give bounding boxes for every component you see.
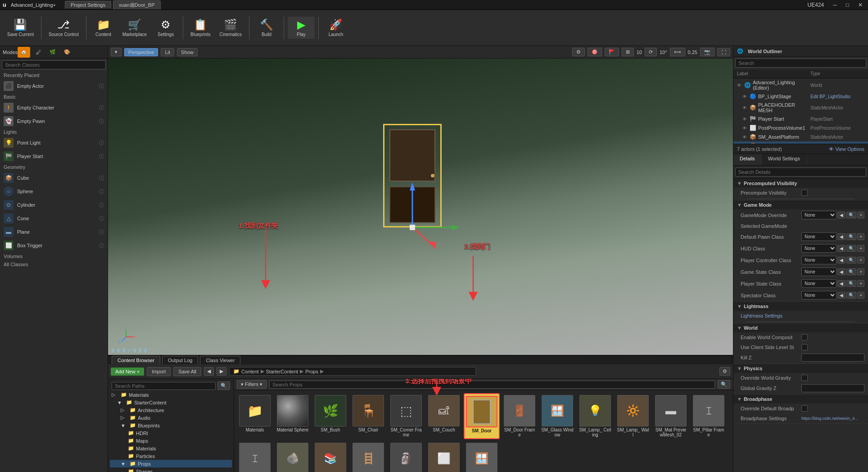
- save-all-button[interactable]: Save All: [173, 367, 201, 376]
- category-basic[interactable]: Basic: [0, 93, 108, 101]
- mode-paint[interactable]: 🖊: [32, 47, 45, 58]
- asset-sm-bush[interactable]: 🌿 SM_Bush: [312, 393, 348, 439]
- asset-materials[interactable]: 📁 Materials: [237, 393, 273, 439]
- tab-content-browser[interactable]: Content Browser: [112, 356, 160, 364]
- path-props[interactable]: Props: [305, 369, 318, 374]
- player-controller-select[interactable]: None: [801, 256, 836, 264]
- category-lights[interactable]: Lights: [0, 128, 108, 136]
- show-button[interactable]: Show: [177, 48, 198, 56]
- gamemode-add-button[interactable]: +: [857, 212, 864, 218]
- asset-sm-table-round[interactable]: ⬜ SM_Table Round: [426, 441, 462, 472]
- asset-sm-couch[interactable]: 🛋 SM_Couch: [426, 393, 462, 439]
- asset-sm-corner-frame[interactable]: ⬚ SM_Corner Frame: [388, 393, 424, 439]
- vp-angle-button[interactable]: ⟳: [645, 48, 657, 56]
- tree-item-props[interactable]: ▼ 📁 Props: [110, 460, 232, 467]
- tree-item-materials[interactable]: ▷ 📁 Materials: [110, 391, 232, 399]
- place-item-player-start[interactable]: 🏁 Player Start ⓘ: [0, 150, 108, 163]
- place-item-empty-pawn[interactable]: 👻 Empty Pawn ⓘ: [0, 114, 108, 128]
- build-button[interactable]: 🔨 Build: [253, 17, 280, 39]
- tree-item-particles[interactable]: 📁 Particles: [110, 452, 232, 460]
- wo-view-options-button[interactable]: 👁 View Options: [829, 146, 864, 152]
- vp-realtime-button[interactable]: 🎯: [588, 48, 602, 56]
- tab-output-log[interactable]: Output Log: [162, 356, 198, 364]
- gs-search[interactable]: 🔍: [846, 268, 856, 275]
- hud-back[interactable]: ◀: [837, 245, 845, 252]
- tree-item-shapes[interactable]: 📁 Shapes: [110, 467, 232, 472]
- place-item-cone[interactable]: △ Cone ⓘ: [0, 212, 108, 225]
- tab-project-settings[interactable]: Project Settings: [65, 1, 111, 9]
- path-starter-content[interactable]: StarterContent: [266, 369, 298, 374]
- checkbox-override-gravity[interactable]: [801, 375, 808, 381]
- section-header-lightmass[interactable]: ▼ Lightmass: [733, 302, 868, 311]
- details-tab-details[interactable]: Details: [733, 154, 762, 165]
- lit-button[interactable]: Lit: [161, 48, 174, 56]
- checkbox-world-composit[interactable]: [801, 334, 808, 340]
- hud-search[interactable]: 🔍: [846, 245, 856, 252]
- asset-sm-glass-window[interactable]: 🪟 SM_Glass Window: [539, 393, 575, 439]
- play-button[interactable]: ▶ Play: [288, 17, 315, 39]
- asset-sm-stairs[interactable]: 🪜 SM_Stairs: [350, 441, 386, 472]
- place-item-cube[interactable]: 📦 Cube ⓘ: [0, 171, 108, 185]
- hud-add[interactable]: +: [857, 245, 864, 252]
- asset-sm-window-frame[interactable]: 🪟 SM_Window Frame: [464, 441, 500, 472]
- close-button[interactable]: ✕: [855, 2, 865, 8]
- tree-item-maps[interactable]: 📁 Maps: [110, 437, 232, 445]
- tree-item-materials-sub[interactable]: 📁 Materials: [110, 445, 232, 452]
- import-button[interactable]: Import: [147, 367, 171, 376]
- nav-forward-button[interactable]: ▶: [217, 367, 226, 376]
- tree-item-architecture[interactable]: ▷ 📁 Architecture: [110, 406, 232, 414]
- spec-search[interactable]: 🔍: [846, 292, 856, 299]
- marketplace-button[interactable]: 🛒 Marketplace: [119, 17, 150, 39]
- place-item-plane[interactable]: ▬ Plane ⓘ: [0, 225, 108, 239]
- blueprints-button[interactable]: 📋 Blueprints: [187, 17, 214, 39]
- wo-search-input[interactable]: [735, 59, 866, 68]
- asset-sm-shelf[interactable]: 📚 SM_Shelf: [312, 441, 348, 472]
- asset-sm-rock[interactable]: 🪨 SM_Rock: [275, 441, 311, 472]
- place-item-box-trigger[interactable]: ⬜ Box Trigger ⓘ: [0, 239, 108, 252]
- mode-landscape[interactable]: 🌿: [46, 47, 59, 58]
- ps-back[interactable]: ◀: [837, 280, 845, 287]
- viewport[interactable]: 1.找到文件夹 2.找到门 X Y Z 0 0 0 / 0 0 0: [108, 59, 733, 355]
- tab-class-viewer[interactable]: Class Viewer: [200, 356, 240, 364]
- vp-settings-button[interactable]: ⚙: [572, 48, 585, 56]
- path-content[interactable]: Content: [241, 369, 259, 374]
- wo-item-0[interactable]: 👁 🌐 Advanced_Lighting (Editor) World: [733, 78, 868, 92]
- checkbox-client-side[interactable]: [801, 344, 808, 350]
- category-geometry[interactable]: Geometry: [0, 163, 108, 171]
- wo-item-1[interactable]: 👁 🔵 BP_LightStage Edit BP_LightStudio: [733, 92, 868, 101]
- gamemode-back-button[interactable]: ◀: [837, 212, 845, 218]
- checkbox-precompute-vis[interactable]: [801, 190, 808, 196]
- cb-options-button[interactable]: ⚙: [719, 367, 730, 376]
- broadphase-link[interactable]: https://blog.csdn.net/weixin_43614573: [801, 416, 860, 421]
- asset-sm-statue[interactable]: 🗿 SM_Statue: [388, 441, 424, 472]
- asset-material-sphere[interactable]: Material Sphere: [275, 393, 311, 439]
- asset-sm-lamp-ceiling[interactable]: 💡 SM_Lamp_ Ceiling: [577, 393, 613, 439]
- vp-camera-speed-button[interactable]: 📷: [700, 48, 714, 56]
- perspective-button[interactable]: Perspective: [124, 48, 158, 56]
- search-paths-input[interactable]: [112, 382, 216, 390]
- gamemode-search-button[interactable]: 🔍: [846, 212, 856, 218]
- section-header-broadphase[interactable]: ▼ Broadphase: [733, 395, 868, 404]
- cinematics-button[interactable]: 🎬 Cinematics: [216, 17, 245, 39]
- label-lightmass-settings[interactable]: Lightmass Settings: [741, 313, 864, 318]
- details-tab-world[interactable]: World Settings: [762, 154, 807, 165]
- settings-button[interactable]: ⚙ Settings: [152, 17, 179, 39]
- category-volumes[interactable]: Volumes: [0, 252, 108, 260]
- search-assets-input[interactable]: [269, 381, 715, 389]
- place-item-cylinder[interactable]: ⊙ Cylinder ⓘ: [0, 198, 108, 212]
- asset-sm-door[interactable]: SM_Door: [464, 393, 500, 439]
- tab-door-bp[interactable]: xuan扇Door_BP: [113, 0, 161, 9]
- section-header-precomputed[interactable]: ▼ Precomputed Visibility: [733, 179, 868, 188]
- spectator-select[interactable]: None: [801, 291, 836, 300]
- wo-item-5[interactable]: 👁 📦 SM_AssetPlatform StaticMeshActor: [733, 132, 868, 141]
- kill-z-input[interactable]: -1048575.0: [801, 354, 864, 362]
- wo-item-2[interactable]: 👁 📦 PLACEHOLDER MESH StaticMeshActor: [733, 101, 868, 114]
- default-pawn-search[interactable]: 🔍: [846, 233, 856, 240]
- ps-add[interactable]: +: [857, 280, 864, 287]
- asset-sm-lamp-wall[interactable]: 🔆 SM_Lamp_ Wall: [615, 393, 651, 439]
- mode-mesh[interactable]: 🎨: [61, 47, 73, 58]
- search-assets-button[interactable]: 🔍: [718, 380, 730, 389]
- mode-placement[interactable]: 🏠: [18, 47, 30, 58]
- place-item-empty-character[interactable]: 🚶 Empty Character ⓘ: [0, 101, 108, 114]
- filters-button[interactable]: ▾ Filters ▾: [237, 380, 267, 389]
